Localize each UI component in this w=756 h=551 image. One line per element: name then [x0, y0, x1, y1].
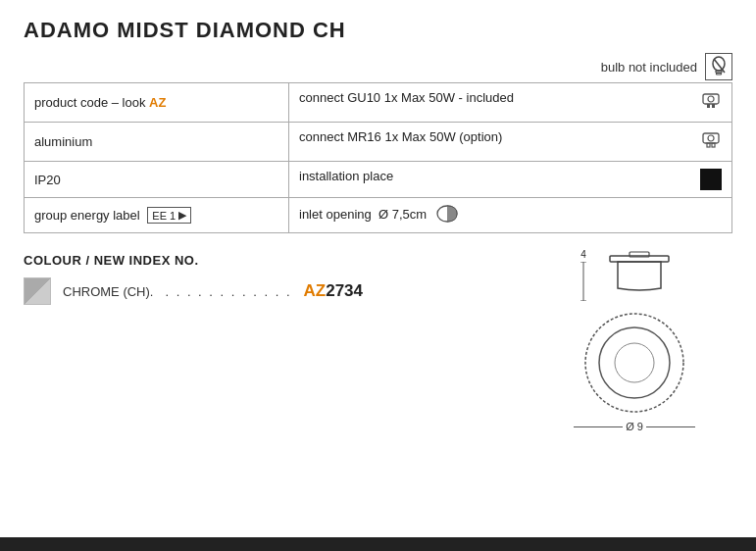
- colour-header: COLOUR / NEW INDEX NO.: [24, 253, 536, 268]
- code-az-label: AZ: [149, 95, 166, 110]
- inlet-shape-icon: [436, 205, 466, 225]
- side-view-container: 4: [580, 249, 688, 301]
- svg-point-7: [708, 96, 714, 102]
- colour-name: CHROME (CH).: [63, 284, 153, 299]
- mr16-text: connect MR16 1x Max 50W (option): [299, 129, 502, 144]
- bottom-dim-value: Ø 9: [626, 421, 643, 432]
- page-wrapper: ADAMO MIDST DIAMOND CH bulb not included…: [0, 0, 756, 551]
- gu10-icon: [700, 90, 722, 115]
- ip20-label: IP20: [34, 173, 61, 187]
- mr16-icon: [700, 129, 722, 154]
- specs-table: product code – look AZ connect GU10 1x M…: [24, 82, 732, 233]
- table-row-ip20: IP20 installation place: [25, 162, 732, 198]
- side-dim-value: 4: [580, 249, 586, 260]
- cell-ip20-left: IP20: [25, 162, 289, 198]
- colour-row: CHROME (CH). . . . . . . . . . . . . AZ2…: [24, 277, 536, 305]
- bulb-row: bulb not included: [24, 53, 732, 80]
- energy-arrow-icon: ▶: [178, 209, 186, 222]
- gu10-socket-icon: [700, 90, 722, 112]
- cell-aluminium-left: aluminium: [25, 123, 289, 162]
- gu10-text: connect GU10 1x Max 50W - included: [299, 90, 514, 105]
- dim-line-left: [574, 426, 623, 427]
- svg-point-19: [599, 327, 670, 398]
- svg-rect-1: [716, 71, 722, 73]
- side-dim-arrow: [580, 262, 586, 301]
- colour-dots: . . . . . . . . . . . .: [165, 284, 291, 299]
- install-place-icon: [700, 169, 722, 190]
- cell-code-left: product code – look AZ: [25, 83, 289, 123]
- side-dim-label: 4: [580, 249, 586, 301]
- bulb-icon-box: [705, 53, 732, 80]
- mr16-socket-icon: [700, 129, 722, 151]
- energy-value: EE 1: [152, 210, 176, 222]
- colour-code-number: 2734: [326, 281, 363, 300]
- bulb-note-text: bulb not included: [601, 60, 697, 75]
- colour-diagram-row: COLOUR / NEW INDEX NO. CHROME (CH). . . …: [24, 249, 732, 432]
- svg-point-20: [615, 343, 654, 382]
- no-bulb-icon: [709, 56, 729, 77]
- half-circle-icon: [436, 205, 466, 223]
- svg-rect-2: [717, 74, 722, 75]
- aluminium-label: aluminium: [34, 134, 92, 149]
- table-row-energy: group energy label EE 1 ▶ inlet opening …: [25, 198, 732, 233]
- energy-prefix: group energy label: [34, 208, 140, 223]
- inlet-prefix: inlet opening: [299, 207, 372, 222]
- install-place-text: installation place: [299, 169, 393, 183]
- energy-label-badge: EE 1 ▶: [147, 207, 191, 224]
- inlet-diam-value: Ø 7,5cm: [378, 207, 427, 222]
- colour-code-prefix: AZ: [304, 281, 327, 300]
- colour-code: AZ2734: [304, 281, 364, 301]
- bottom-bar: [0, 537, 756, 551]
- cell-energy-left: group energy label EE 1 ▶: [25, 198, 289, 233]
- colour-swatch: [24, 277, 51, 305]
- svg-point-11: [708, 135, 714, 141]
- code-prefix-label: product code – look: [34, 95, 149, 110]
- front-view-svg: [580, 309, 688, 417]
- cell-energy-right: inlet opening Ø 7,5cm Ø 7,5cm: [289, 198, 732, 233]
- svg-rect-6: [712, 104, 715, 108]
- cell-ip20-right: installation place: [289, 162, 732, 198]
- svg-rect-5: [707, 104, 710, 108]
- product-title: ADAMO MIDST DIAMOND CH: [24, 18, 732, 43]
- colour-section: COLOUR / NEW INDEX NO. CHROME (CH). . . …: [24, 253, 536, 311]
- diagram-area: 4: [536, 249, 732, 432]
- svg-point-18: [585, 314, 683, 412]
- cell-code-right: connect GU10 1x Max 50W - included: [289, 83, 732, 123]
- cell-aluminium-right: connect MR16 1x Max 50W (option): [289, 123, 732, 162]
- side-view-svg: [590, 251, 688, 300]
- bottom-dim-line: Ø 9: [574, 421, 695, 432]
- table-row-aluminium: aluminium connect MR16 1x Max 50W (optio…: [25, 123, 732, 162]
- table-row-code: product code – look AZ connect GU10 1x M…: [25, 83, 732, 123]
- dim-line-right: [646, 426, 695, 427]
